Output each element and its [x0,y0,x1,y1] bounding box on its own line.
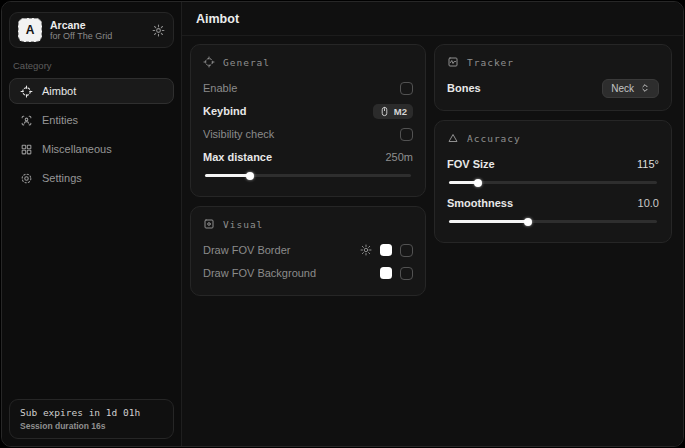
scan-person-icon [20,114,33,127]
panel-tracker: Tracker Bones Neck [434,44,672,111]
setting-row-enable: Enable [203,77,413,99]
smoothness-value: 10.0 [638,197,659,209]
keybind-value: M2 [394,106,407,117]
fov-border-color-swatch[interactable] [380,244,392,256]
sidebar-item-entities[interactable]: Entities [9,107,174,133]
setting-row-visibility-check: Visibility check [203,123,413,145]
gear-icon [20,172,33,185]
app-logo: A [18,18,42,42]
triangle-icon [447,132,459,144]
sidebar-nav: Aimbot Entities [9,78,174,191]
setting-row-bones: Bones Neck [447,77,659,99]
visibility-check-checkbox[interactable] [400,128,413,141]
slider-thumb[interactable] [246,172,254,180]
chevrons-up-down-icon [640,83,650,93]
bones-value: Neck [611,83,634,94]
content: General Enable Keybind [182,36,684,446]
max-distance-value: 250m [385,151,413,163]
panel-title: Tracker [467,57,514,68]
max-distance-slider[interactable] [205,174,411,177]
setting-label: Draw FOV Border [203,244,290,256]
app-name: Arcane [50,19,144,31]
panel-general: General Enable Keybind [190,44,426,197]
panel-title: General [223,57,270,68]
smoothness-slider[interactable] [449,220,657,223]
fov-background-color-swatch[interactable] [380,267,392,279]
visual-icon [203,218,215,230]
sidebar-item-label: Aimbot [42,85,76,97]
fov-size-slider[interactable] [449,181,657,184]
app-subtitle: for Off The Grid [50,31,144,41]
mouse-icon [379,106,390,117]
enable-checkbox[interactable] [400,82,413,95]
fov-size-value: 115° [637,158,659,170]
setting-row-draw-fov-background: Draw FOV Background [203,262,413,284]
sidebar-item-miscellaneous[interactable]: Miscellaneous [9,136,174,162]
setting-label: Bones [447,82,481,94]
crosshair-icon [203,56,215,68]
slider-thumb[interactable] [524,218,532,226]
app-window: A Arcane for Off The Grid Category [1,1,684,447]
setting-row-keybind: Keybind M2 [203,100,413,122]
fov-border-checkbox[interactable] [400,244,413,257]
sidebar-item-label: Entities [42,114,78,126]
gear-icon[interactable] [152,24,165,37]
brand-text: Arcane for Off The Grid [50,19,144,41]
main-area: Aimbot General E [182,2,684,446]
panel-visual: Visual Draw FOV Border [190,206,426,296]
sidebar: A Arcane for Off The Grid Category [2,2,182,446]
setting-row-fov-size: FOV Size 115° [447,153,659,175]
sidebar-item-label: Miscellaneous [42,143,112,155]
setting-label: Enable [203,82,237,94]
panel-title: Accuracy [467,133,521,144]
tracker-icon [447,56,459,68]
crosshair-icon [20,85,33,98]
setting-label: Draw FOV Background [203,267,316,279]
keybind-button[interactable]: M2 [373,104,413,119]
sub-expiry-text: Sub expires in 1d 01h [20,407,163,418]
setting-label: FOV Size [447,158,495,170]
sidebar-item-settings[interactable]: Settings [9,165,174,191]
setting-row-draw-fov-border: Draw FOV Border [203,239,413,261]
setting-row-max-distance: Max distance 250m [203,146,413,168]
panel-accuracy: Accuracy FOV Size 115° Smoothness 10.0 [434,120,672,243]
setting-label: Visibility check [203,128,274,140]
sidebar-item-label: Settings [42,172,82,184]
fov-background-checkbox[interactable] [400,267,413,280]
setting-label: Keybind [203,105,246,117]
category-label: Category [13,60,170,71]
session-duration-text: Session duration 16s [20,421,163,431]
page-title: Aimbot [196,12,239,26]
setting-row-smoothness: Smoothness 10.0 [447,192,659,214]
main-header: Aimbot [182,2,684,36]
slider-thumb[interactable] [474,179,482,187]
panel-title: Visual [223,219,263,230]
sidebar-item-aimbot[interactable]: Aimbot [9,78,174,104]
setting-label: Max distance [203,151,272,163]
grid-icon [20,143,33,156]
subscription-card: Sub expires in 1d 01h Session duration 1… [9,399,174,439]
bones-select[interactable]: Neck [602,79,659,98]
brand-card: A Arcane for Off The Grid [9,12,174,48]
setting-label: Smoothness [447,197,513,209]
gear-icon[interactable] [360,244,372,256]
